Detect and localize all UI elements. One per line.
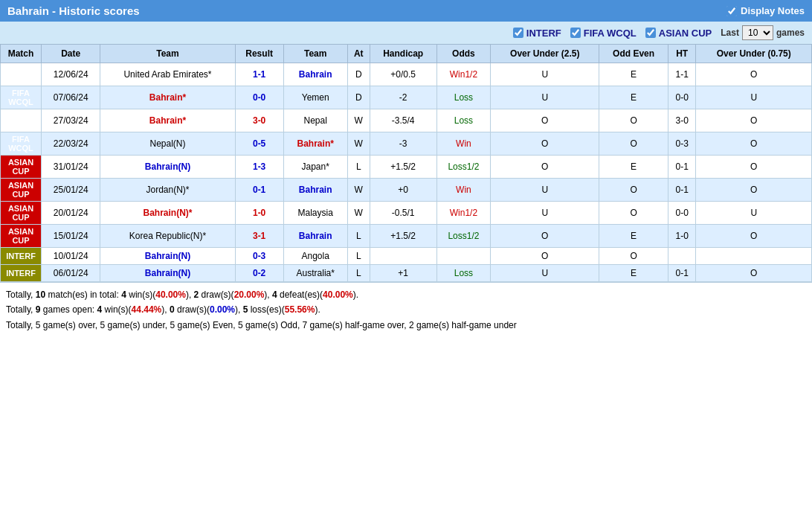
- ht-cell: 0-3: [668, 132, 696, 156]
- team1-cell: Bahrain*: [100, 109, 235, 132]
- summary-open-wins-label: win(s)(: [102, 304, 131, 315]
- ou25-cell: U: [491, 63, 599, 86]
- page-title: Bahrain - Historic scores: [7, 4, 140, 17]
- summary-open-draws-pct: 0.00%: [210, 304, 235, 315]
- ou25-cell: U: [491, 202, 599, 225]
- interf-checkbox[interactable]: [513, 28, 523, 38]
- col-result: Result: [235, 45, 283, 63]
- ht-cell: 1-1: [668, 63, 696, 86]
- last-label: Last: [721, 28, 739, 38]
- team2-cell: Bahrain: [283, 225, 347, 248]
- date-cell: 22/03/24: [42, 132, 100, 156]
- result-cell: 0-2: [235, 265, 283, 282]
- summary-draws-pct: 20.00%: [234, 289, 265, 300]
- summary-section: Totally, 10 match(es) in total: 4 win(s)…: [0, 282, 812, 337]
- col-team1: Team: [100, 45, 235, 63]
- odds-cell: Loss: [436, 86, 491, 109]
- ht-cell: 1-0: [668, 225, 696, 248]
- table-row: FIFA WCQL 07/06/24 Bahrain* 0-0 Yemen D …: [1, 86, 812, 109]
- ou075-cell: O: [696, 132, 812, 156]
- col-team2: Team: [283, 45, 347, 63]
- result-cell: 0-1: [235, 179, 283, 202]
- at-cell: L: [347, 225, 370, 248]
- ou25-cell: O: [491, 132, 599, 156]
- table-row: ASIAN CUP 25/01/24 Jordan(N)* 0-1 Bahrai…: [1, 179, 812, 202]
- fifa-wcql-checkbox[interactable]: [570, 28, 581, 38]
- fifa-wcql-label: FIFA WCQL: [584, 28, 637, 39]
- result-cell: 3-1: [235, 225, 283, 248]
- summary-open-draws-end: ),: [235, 304, 243, 315]
- summary-defeats-end: ).: [353, 289, 358, 300]
- interf-label: INTERF: [526, 28, 561, 39]
- summary-line1-prefix: Totally,: [6, 289, 36, 300]
- date-cell: 10/01/24: [42, 248, 100, 265]
- asian-cup-checkbox[interactable]: [645, 28, 656, 38]
- oe-cell: O: [599, 179, 668, 202]
- ou25-cell: U: [491, 179, 599, 202]
- interf-filter: INTERF: [513, 28, 561, 39]
- match-type-cell: INTERF: [1, 265, 42, 282]
- team1-cell: Korea Republic(N)*: [100, 225, 235, 248]
- col-ou075: Over Under (0.75): [696, 45, 812, 63]
- team2-cell: Australia*: [283, 265, 347, 282]
- asian-cup-filter: ASIAN CUP: [645, 28, 712, 39]
- team1-cell: Nepal(N): [100, 132, 235, 156]
- handicap-cell: +0/0.5: [370, 63, 436, 86]
- date-cell: 07/06/24: [42, 86, 100, 109]
- summary-open-wins-pct: 44.44%: [132, 304, 162, 315]
- fifa-wcql-filter: FIFA WCQL: [570, 28, 637, 39]
- team2-cell: Yemen: [283, 86, 347, 109]
- date-cell: 25/01/24: [42, 179, 100, 202]
- col-at: At: [347, 45, 370, 63]
- table-row: FIFA WCQL 12/06/24 United Arab Emirates*…: [1, 63, 812, 86]
- last-games-select[interactable]: 10 5 15 20 All: [742, 25, 773, 40]
- handicap-cell: +1.5/2: [370, 225, 436, 248]
- result-cell: 3-0: [235, 109, 283, 132]
- team2-cell: Bahrain*: [283, 132, 347, 156]
- summary-defeats: 4: [272, 289, 277, 300]
- page-header: Bahrain - Historic scores Display Notes: [0, 0, 812, 22]
- at-cell: W: [347, 202, 370, 225]
- team1-cell: Bahrain(N): [100, 156, 235, 179]
- result-cell: 0-3: [235, 248, 283, 265]
- match-type-cell: ASIAN CUP: [1, 179, 42, 202]
- match-type-cell: FIFA WCQL: [1, 132, 42, 156]
- summary-draws-end: ),: [264, 289, 272, 300]
- table-row: INTERF 06/01/24 Bahrain(N) 0-2 Australia…: [1, 265, 812, 282]
- result-cell: 1-1: [235, 63, 283, 86]
- team1-cell: Bahrain(N)*: [100, 202, 235, 225]
- oe-cell: E: [599, 225, 668, 248]
- at-cell: W: [347, 109, 370, 132]
- odds-cell: Loss: [436, 109, 491, 132]
- oe-cell: E: [599, 265, 668, 282]
- at-cell: L: [347, 265, 370, 282]
- handicap-cell: -2: [370, 86, 436, 109]
- table-row: ASIAN CUP 20/01/24 Bahrain(N)* 1-0 Malay…: [1, 202, 812, 225]
- ou075-cell: O: [696, 156, 812, 179]
- asian-cup-label: ASIAN CUP: [659, 28, 712, 39]
- odds-cell: Win1/2: [436, 202, 491, 225]
- summary-open-losses-end: ).: [315, 304, 320, 315]
- summary-open-wins-end: ),: [161, 304, 170, 315]
- col-ou25: Over Under (2.5): [491, 45, 599, 63]
- summary-open-draws: 0: [170, 304, 175, 315]
- odds-cell: [436, 248, 491, 265]
- at-cell: L: [347, 248, 370, 265]
- table-row: INTERF 10/01/24 Bahrain(N) 0-3 Angola L …: [1, 248, 812, 265]
- scores-table: Match Date Team Result Team At Handicap …: [0, 44, 812, 282]
- team2-cell: Bahrain: [283, 63, 347, 86]
- team1-cell: Bahrain(N): [100, 265, 235, 282]
- display-notes-checkbox[interactable]: [726, 6, 737, 16]
- last-games-filter: Last 10 5 15 20 All games: [721, 25, 805, 40]
- display-notes-section: Display Notes: [726, 5, 805, 16]
- summary-wins-pct: 40.00%: [155, 289, 186, 300]
- at-cell: W: [347, 179, 370, 202]
- at-cell: W: [347, 132, 370, 156]
- col-ht: HT: [668, 45, 696, 63]
- ht-cell: 3-0: [668, 109, 696, 132]
- filter-row: INTERF FIFA WCQL ASIAN CUP Last 10 5 15 …: [0, 22, 812, 44]
- oe-cell: O: [599, 248, 668, 265]
- table-row: ASIAN CUP 31/01/24 Bahrain(N) 1-3 Japan*…: [1, 156, 812, 179]
- summary-line2-mid: games open:: [40, 304, 97, 315]
- oe-cell: O: [599, 109, 668, 132]
